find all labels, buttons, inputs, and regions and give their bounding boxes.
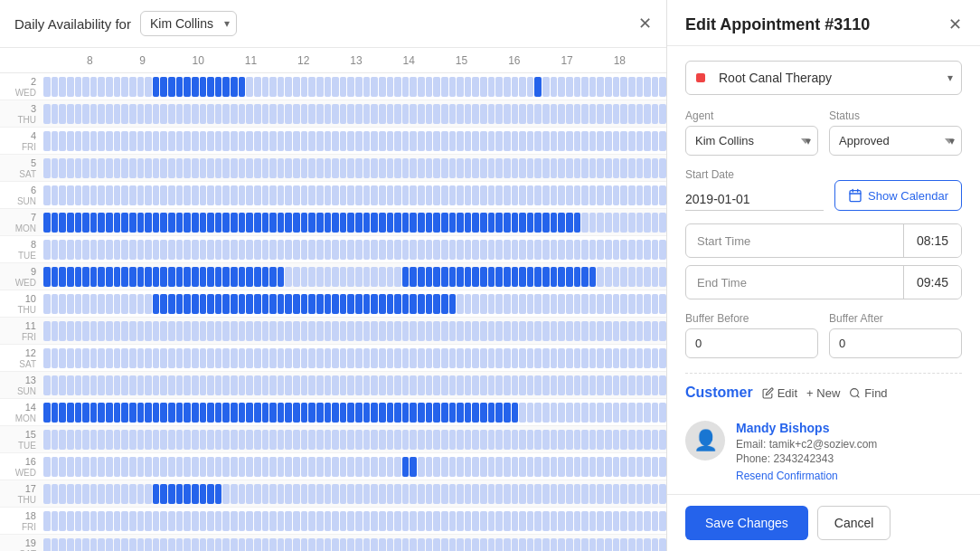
cell[interactable]: [542, 430, 550, 450]
cell[interactable]: [659, 131, 666, 151]
cell[interactable]: [659, 511, 666, 531]
cell[interactable]: [301, 375, 308, 395]
cell[interactable]: [200, 348, 207, 368]
cell[interactable]: [176, 77, 184, 97]
cell[interactable]: [534, 77, 542, 97]
cell[interactable]: [340, 403, 347, 423]
cell[interactable]: [495, 240, 503, 260]
cell[interactable]: [59, 430, 66, 450]
cell[interactable]: [316, 77, 324, 97]
cell[interactable]: [410, 430, 417, 450]
cell[interactable]: [262, 321, 269, 341]
cell[interactable]: [231, 131, 238, 151]
cell[interactable]: [581, 430, 589, 450]
cell[interactable]: [98, 457, 105, 477]
cell[interactable]: [480, 267, 487, 287]
cell[interactable]: [254, 185, 261, 205]
cell[interactable]: [597, 403, 604, 423]
cell[interactable]: [231, 294, 238, 314]
cell[interactable]: [160, 375, 167, 395]
cell[interactable]: [433, 375, 440, 395]
cell[interactable]: [293, 375, 300, 395]
cell[interactable]: [340, 213, 347, 233]
cell[interactable]: [43, 484, 51, 504]
cell[interactable]: [652, 240, 659, 260]
cell[interactable]: [465, 403, 472, 423]
cell[interactable]: [379, 457, 386, 477]
cell[interactable]: [620, 538, 627, 552]
cell[interactable]: [222, 213, 230, 233]
cell[interactable]: [418, 457, 425, 477]
cell[interactable]: [457, 403, 464, 423]
cell[interactable]: [82, 267, 90, 287]
cell[interactable]: [262, 240, 269, 260]
cell[interactable]: [59, 294, 66, 314]
cell[interactable]: [644, 403, 651, 423]
cell[interactable]: [433, 430, 440, 450]
cell[interactable]: [605, 403, 612, 423]
cell[interactable]: [441, 403, 448, 423]
cell[interactable]: [636, 158, 644, 178]
cell[interactable]: [82, 457, 90, 477]
cell[interactable]: [82, 484, 90, 504]
cell[interactable]: [137, 104, 145, 124]
cell[interactable]: [355, 77, 363, 97]
cell[interactable]: [340, 511, 347, 531]
cell[interactable]: [433, 77, 440, 97]
cell[interactable]: [215, 484, 222, 504]
cell[interactable]: [628, 348, 636, 368]
cell[interactable]: [176, 131, 184, 151]
cell[interactable]: [59, 240, 66, 260]
cell[interactable]: [129, 294, 137, 314]
cell[interactable]: [200, 213, 207, 233]
cell[interactable]: [480, 457, 487, 477]
cell[interactable]: [488, 511, 495, 531]
cell[interactable]: [129, 158, 137, 178]
cell[interactable]: [347, 375, 354, 395]
cell[interactable]: [316, 213, 324, 233]
cell[interactable]: [67, 213, 74, 233]
cell[interactable]: [278, 267, 285, 287]
cell[interactable]: [239, 538, 246, 552]
cell[interactable]: [472, 375, 479, 395]
cell[interactable]: [184, 185, 191, 205]
cell[interactable]: [325, 321, 332, 341]
cell[interactable]: [449, 104, 457, 124]
cell[interactable]: [644, 430, 651, 450]
cell[interactable]: [394, 538, 401, 552]
cell[interactable]: [542, 511, 550, 531]
cell[interactable]: [480, 77, 487, 97]
cell[interactable]: [574, 511, 581, 531]
cell[interactable]: [418, 104, 425, 124]
cell[interactable]: [659, 185, 666, 205]
cell[interactable]: [67, 158, 74, 178]
cell[interactable]: [207, 158, 214, 178]
cell[interactable]: [239, 430, 246, 450]
cell[interactable]: [246, 538, 253, 552]
cell[interactable]: [82, 348, 90, 368]
cell[interactable]: [59, 213, 66, 233]
cell[interactable]: [551, 403, 558, 423]
cell[interactable]: [129, 267, 137, 287]
cell[interactable]: [495, 294, 503, 314]
cell[interactable]: [222, 403, 230, 423]
cell[interactable]: [558, 104, 565, 124]
cell[interactable]: [347, 511, 354, 531]
cell[interactable]: [433, 131, 440, 151]
cell[interactable]: [269, 403, 277, 423]
cell[interactable]: [488, 403, 495, 423]
cell[interactable]: [231, 158, 238, 178]
cell[interactable]: [262, 104, 269, 124]
cell[interactable]: [504, 77, 511, 97]
cell[interactable]: [121, 213, 128, 233]
cell[interactable]: [371, 321, 378, 341]
cell[interactable]: [659, 321, 666, 341]
cell[interactable]: [597, 240, 604, 260]
cell[interactable]: [332, 104, 339, 124]
cell[interactable]: [340, 430, 347, 450]
cell[interactable]: [168, 185, 175, 205]
cell[interactable]: [347, 430, 354, 450]
cell[interactable]: [636, 77, 644, 97]
cell[interactable]: [488, 375, 495, 395]
cell[interactable]: [433, 185, 440, 205]
